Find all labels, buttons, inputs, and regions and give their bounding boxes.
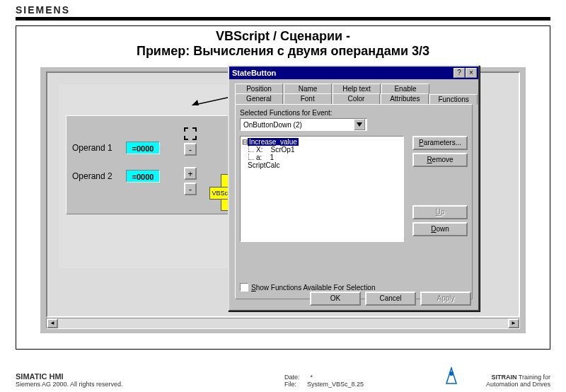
header-divider <box>16 17 550 21</box>
scroll-left-button[interactable]: ◄ <box>47 318 58 328</box>
apply-button[interactable]: Apply <box>420 292 471 306</box>
cancel-button[interactable]: Cancel <box>365 292 416 306</box>
footer-file-value: System_VBSc_8.25 <box>307 381 364 388</box>
show-available-checkbox-row[interactable]: Show Functions Available For Selection <box>240 283 375 292</box>
operands-panel: Operand 1 =0000 Operand 2 =0000 - + - <box>66 115 250 214</box>
svg-point-4 <box>449 371 454 376</box>
footer-right1-rest: Training for <box>519 374 550 381</box>
footer-date-value: * <box>311 374 313 381</box>
tab-row-1: Position Name Help text Enable <box>235 83 478 93</box>
tab-name[interactable]: Name <box>284 83 332 93</box>
operand2-value[interactable]: =0000 <box>126 170 160 183</box>
footer-sitrain: SITRAIN <box>491 374 516 381</box>
dialog-titlebar[interactable]: StateButton ? × <box>229 67 478 79</box>
operand1-minus-button[interactable]: - <box>184 143 197 156</box>
list-item-scriptcalc[interactable]: ScriptCalc <box>243 161 400 169</box>
remove-button[interactable]: Remove <box>412 153 468 167</box>
checkbox-icon[interactable] <box>240 283 248 292</box>
chevron-down-icon[interactable] <box>354 119 365 130</box>
sitrain-logo-icon <box>444 367 458 385</box>
slide-title-1: VBScript / Сценарии - <box>16 29 550 44</box>
svg-marker-2 <box>357 122 362 127</box>
list-param-x: X: ScrOp1 <box>243 146 400 154</box>
horizontal-scrollbar[interactable]: ◄ ► <box>46 318 520 329</box>
footer-right2: Automation and Drives <box>486 381 550 388</box>
tab-helptext[interactable]: Help text <box>333 83 381 93</box>
operand1-value[interactable]: =0000 <box>126 142 160 154</box>
svg-marker-1 <box>192 100 199 105</box>
tab-color[interactable]: Color <box>333 93 381 104</box>
footer-copyright: Siemens AG 2000. All rights reserved. <box>16 381 123 388</box>
operand1-label: Operand 1 <box>72 143 122 153</box>
up-button[interactable]: Up <box>412 205 468 219</box>
footer-date-label: Date: <box>284 374 300 381</box>
functions-listbox[interactable]: ⊟ Increase_value X: ScrOp1 a: 1 ScriptCa… <box>240 136 404 242</box>
selected-plus-button[interactable] <box>184 127 197 140</box>
footer-product: SIMATIC HMI <box>16 372 123 381</box>
tab-functions[interactable]: Functions <box>429 94 478 105</box>
close-icon[interactable]: × <box>466 68 477 78</box>
footer-file-label: File: <box>284 381 296 388</box>
dialog-title: StateButton <box>232 69 276 77</box>
tab-position[interactable]: Position <box>235 83 283 93</box>
operand2-minus-button[interactable]: - <box>184 183 197 195</box>
event-dropdown-value: OnButtonDown (2) <box>243 121 302 129</box>
ok-button[interactable]: OK <box>310 292 361 306</box>
event-field-label: Selected Functions for Event: <box>240 109 468 117</box>
state-button-dialog: StateButton ? × Position Name Help text … <box>228 65 480 311</box>
functions-tab-panel: Selected Functions for Event: OnButtonDo… <box>235 104 473 299</box>
tab-font[interactable]: Font <box>284 93 332 104</box>
tab-enable[interactable]: Enable <box>381 83 429 93</box>
tab-attributes[interactable]: Attributes <box>381 93 429 104</box>
help-icon[interactable]: ? <box>454 68 465 78</box>
list-item-increase-value[interactable]: Increase_value <box>248 138 299 146</box>
down-button[interactable]: Down <box>412 222 468 236</box>
list-param-a: a: 1 <box>243 154 400 161</box>
checkbox-label: Show Functions Available For Selection <box>251 284 375 292</box>
operand2-plus-button[interactable]: + <box>184 167 197 180</box>
slide-title-2: Пример: Вычисления с двумя операндами 3/… <box>16 44 550 59</box>
parameters-button[interactable]: Parameters... <box>412 136 468 150</box>
brand-logo: SIEMENS <box>16 4 70 16</box>
tab-row-2: General Font Color Attributes Functions <box>235 93 478 104</box>
dialog-button-row: OK Cancel Apply <box>310 292 471 306</box>
operand2-label: Operand 2 <box>72 171 122 181</box>
tab-general[interactable]: General <box>235 93 283 104</box>
event-dropdown[interactable]: OnButtonDown (2) <box>240 118 367 131</box>
scroll-right-button[interactable]: ► <box>508 318 519 328</box>
